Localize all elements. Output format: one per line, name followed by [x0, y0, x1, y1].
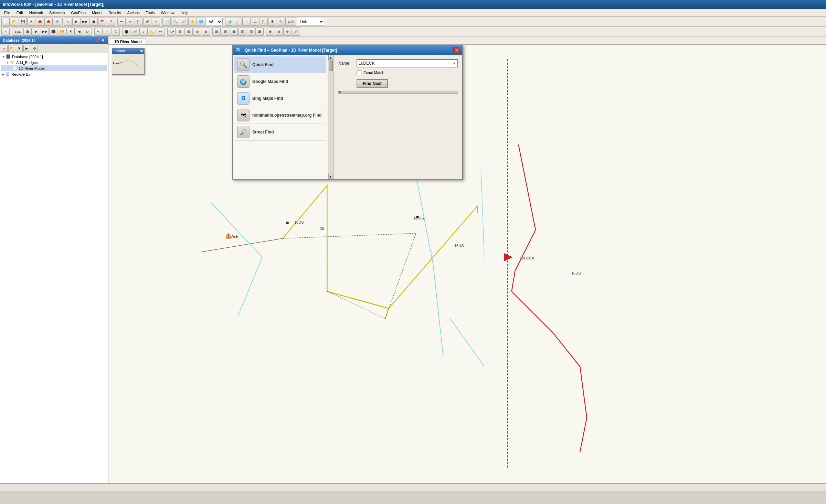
- tb2-r3[interactable]: ◀: [75, 28, 83, 36]
- tb-run2[interactable]: ▶▶: [81, 18, 89, 26]
- tb-cursor[interactable]: ↖: [64, 18, 72, 26]
- tb-zoom-in[interactable]: 🔍: [171, 18, 179, 26]
- menu-edit[interactable]: Edit: [14, 10, 26, 15]
- tb2-sel1[interactable]: ⬜: [103, 28, 111, 36]
- tb-export[interactable]: 📤: [44, 18, 53, 26]
- tb2-run3[interactable]: ▶: [32, 28, 40, 36]
- tb2-layer6[interactable]: ▩: [255, 28, 264, 36]
- tb2-arrow[interactable]: ↕: [139, 28, 148, 36]
- tb-net[interactable]: 🌐: [197, 18, 205, 26]
- tb2-zoom4[interactable]: ⊙: [193, 28, 201, 36]
- tb-close[interactable]: ✖: [27, 18, 35, 26]
- tb-link-select[interactable]: Link: [297, 18, 324, 25]
- tb-copy[interactable]: 📋: [135, 18, 143, 26]
- search-name-combo[interactable]: 16DECK ▼: [357, 59, 458, 67]
- tb-layer-select[interactable]: AS: [205, 18, 223, 25]
- tb2-sql[interactable]: SQL: [12, 28, 23, 36]
- tb-run[interactable]: ▶: [72, 18, 81, 26]
- tb-print[interactable]: 🖨: [53, 18, 61, 26]
- tb-select[interactable]: ⬜: [162, 18, 171, 26]
- tb-b3[interactable]: 📉: [242, 18, 251, 26]
- tb2-r1[interactable]: ⬛: [49, 28, 57, 36]
- tb-flag[interactable]: 🚩: [98, 18, 106, 26]
- tb2-layer5[interactable]: ▨: [247, 28, 255, 36]
- tb-cut[interactable]: ✂: [152, 18, 160, 26]
- tb2-r2[interactable]: 🔀: [58, 28, 66, 36]
- geomap-canvas[interactable]: 🦺 16DS 16IUS 16 Weir 16US 16DECK 16DS Lo…: [108, 45, 826, 483]
- tb2-zoom5[interactable]: ⊕: [202, 28, 210, 36]
- menu-selection[interactable]: Selection: [46, 10, 67, 15]
- menu-actions[interactable]: Actions: [125, 10, 142, 15]
- sidebar-tb-new[interactable]: +: [1, 45, 8, 52]
- tree-item-river-model[interactable]: 📄 1D River Model: [1, 65, 107, 71]
- tb-zoom-out[interactable]: 🔎: [180, 18, 188, 26]
- tree-item-recycle[interactable]: ▶ 🗑️ Recycle Bin: [1, 71, 107, 77]
- tb2-layer3[interactable]: ▦: [230, 28, 238, 36]
- tb2-zoom1[interactable]: 🔍+: [167, 28, 176, 36]
- tb2-node[interactable]: ⬤: [122, 28, 130, 36]
- sidebar-tb-open[interactable]: 📂: [8, 45, 15, 52]
- tb2-zoom9[interactable]: 🔎: [292, 28, 300, 36]
- sidebar-tb-prop[interactable]: ⚙: [31, 45, 38, 52]
- tb-redo[interactable]: ↪: [126, 18, 134, 26]
- menu-network[interactable]: Network: [27, 10, 46, 15]
- tb-paste[interactable]: 📌: [143, 18, 151, 26]
- scroll-up-btn[interactable]: ▲: [328, 55, 333, 60]
- tb-stop[interactable]: ⏹: [89, 18, 98, 26]
- tab-river-model[interactable]: 1D River Model: [110, 39, 146, 44]
- tb-open[interactable]: 📂: [10, 18, 18, 26]
- menu-model[interactable]: Model: [89, 10, 105, 15]
- tb2-zoom7[interactable]: ⊖: [275, 28, 283, 36]
- tb2-layer2[interactable]: ▥: [221, 28, 229, 36]
- sidebar-pin-btn[interactable]: 📌: [95, 39, 100, 42]
- option-bing-maps-find[interactable]: B Bing Maps Find: [234, 90, 326, 107]
- option-nominatim-find[interactable]: 🗺 nominatim.openstreetmap.org Find: [234, 107, 326, 124]
- tb-help[interactable]: ❓: [107, 18, 115, 26]
- tb2-cursor2[interactable]: ↖: [94, 28, 103, 36]
- tb2-zoom3[interactable]: ⊟: [184, 28, 193, 36]
- tb2-layer4[interactable]: ▧: [238, 28, 246, 36]
- tb2-layer1[interactable]: ▤: [212, 28, 221, 36]
- tb-b6[interactable]: ⚙: [268, 18, 276, 26]
- exact-match-checkbox[interactable]: [357, 70, 361, 75]
- tb2-table[interactable]: ▦: [23, 28, 32, 36]
- tb-import[interactable]: 📥: [36, 18, 44, 26]
- tb-b1[interactable]: 📊: [225, 18, 233, 26]
- tree-item-add-bridges[interactable]: ▼ 📁 Add_Bridges: [1, 60, 107, 65]
- menu-geoplan[interactable]: GeoPlan: [68, 10, 88, 15]
- tb-b2[interactable]: 📈: [234, 18, 242, 26]
- tb2-sel2[interactable]: ⬡: [112, 28, 120, 36]
- locator-close-btn[interactable]: ✖: [140, 49, 143, 53]
- menu-tools[interactable]: Tools: [143, 10, 158, 15]
- find-next-button[interactable]: Find Next: [357, 79, 388, 88]
- tb2-r4[interactable]: ▷: [84, 28, 92, 36]
- scroll-down-btn[interactable]: ▼: [328, 174, 333, 179]
- menu-results[interactable]: Results: [106, 10, 124, 15]
- tb2-zoom8[interactable]: ⊙: [283, 28, 292, 36]
- option-street-find[interactable]: 🔎 Street Find: [234, 124, 326, 141]
- tb-b7[interactable]: 🔧: [277, 18, 285, 26]
- dialog-close-button[interactable]: ✕: [453, 47, 459, 53]
- tb-pan[interactable]: ✋: [188, 18, 197, 26]
- tb2-measure[interactable]: 📐: [148, 28, 156, 36]
- tb2-zoom2[interactable]: ⊞: [176, 28, 184, 36]
- tree-item-database[interactable]: ▼ 🗄️ Database [2024.1]: [1, 54, 107, 60]
- sidebar-tb-del[interactable]: ✖: [16, 45, 23, 52]
- menu-help[interactable]: Help: [178, 10, 191, 15]
- tb2-zoom6[interactable]: ⊕: [266, 28, 274, 36]
- tb-link[interactable]: Link: [285, 18, 296, 26]
- tb2-check[interactable]: ✓: [1, 28, 10, 36]
- tb2-flood[interactable]: 〜: [157, 28, 165, 36]
- tb-b5[interactable]: 📋: [260, 18, 268, 26]
- option-google-maps-find[interactable]: 🌍 Google Maps Find: [234, 73, 326, 90]
- tb-undo[interactable]: ↩: [117, 18, 126, 26]
- tb2-link2[interactable]: 🔗: [131, 28, 139, 36]
- tb2-del[interactable]: ✖: [66, 28, 75, 36]
- sidebar-close-btn[interactable]: ✖: [101, 39, 105, 42]
- tb-new[interactable]: 📄: [1, 18, 10, 26]
- menu-window[interactable]: Window: [158, 10, 177, 15]
- tb2-run4[interactable]: ▶▶: [41, 28, 49, 36]
- menu-file[interactable]: File: [1, 10, 13, 15]
- option-quick-find[interactable]: 🔍 Quick Find: [234, 56, 326, 73]
- tb-b4[interactable]: 🗂: [251, 18, 259, 26]
